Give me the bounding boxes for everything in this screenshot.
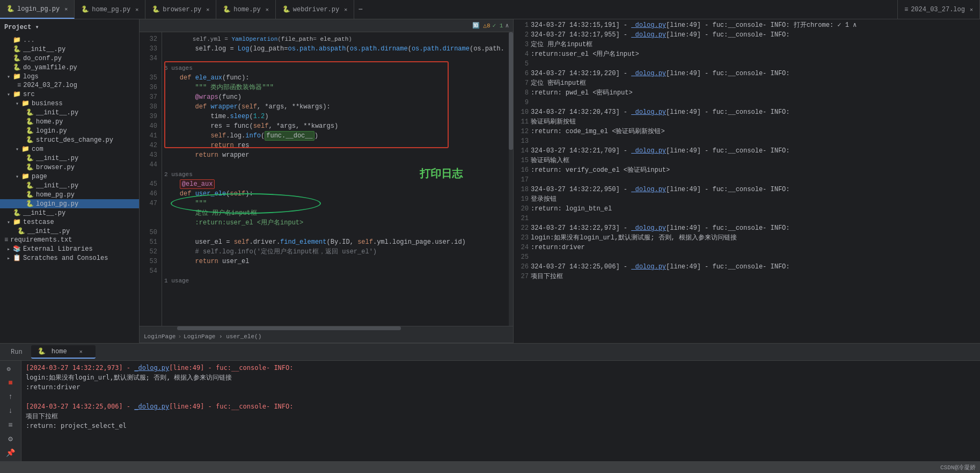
tree-text: __init__.py [36,182,78,190]
tab-home-pg[interactable]: 🐍 home_pg.py ✕ [75,0,145,19]
tree-item-business[interactable]: ▾ 📁 business [0,99,139,108]
sidebar-tree[interactable]: 📁 ... 🐍 __init__.py 🐍 do_conf.py 🐍 do_ya… [0,34,139,343]
output-line: :return: project_select_el [26,421,976,431]
log-text: 登录按钮 [531,194,557,204]
tree-item[interactable]: 🐍 home_pg.py [0,190,139,199]
tree-item[interactable]: 🐍 __init__.py [0,208,139,217]
log-text: :return:user_el <用户名input> [531,49,639,59]
log-text [531,175,535,185]
more-tabs-btn[interactable]: ⋯ [354,5,367,13]
txt-icon: ≡ [4,236,8,244]
pin-btn[interactable]: 📌 [4,447,17,459]
tab-label: 2024_03_27.log [911,6,965,13]
py-file-icon: 🐍 [223,5,231,13]
py-icon: 🐍 [13,209,21,217]
tab-close-btn[interactable]: ✕ [135,6,138,13]
tab-browser[interactable]: 🐍 browser.py ✕ [145,0,216,19]
code-scrollbar[interactable] [140,326,513,330]
tree-item[interactable]: 🐍 __init__.py [0,181,139,190]
log-text: 定位 密码input框 [531,78,586,88]
tree-item-scratches[interactable]: ▸ 📋 Scratches and Consoles [0,253,139,263]
scroll-down-btn[interactable]: ↓ [4,405,17,417]
code-line: res = func(self, *args, **kwargs) [164,121,511,131]
tree-item-ext-libs[interactable]: ▸ 📚 External Libraries [0,244,139,253]
log-line: 11 验证码刷新按钮 [518,117,976,127]
log-num: 11 [518,117,529,127]
tree-text: do_conf.py [23,55,62,62]
tree-item[interactable]: 🐍 do_conf.py [0,54,139,63]
log-text: 324-03-27 14:32:17,955] - _dolog.py[line… [531,30,789,40]
tree-item-testcase[interactable]: ▾ 📁 testcase [0,217,139,227]
tree-item-src[interactable]: ▾ 📁 src [0,90,139,99]
tab-close-btn[interactable]: ✕ [266,6,269,13]
tree-item-com[interactable]: ▾ 📁 com [0,144,139,154]
tree-item-page[interactable]: ▾ 📁 page [0,172,139,181]
settings-btn[interactable]: ⚙ [4,433,17,445]
log-line: 14 324-03-27 14:32:21,709] - _dolog.py[l… [518,146,976,156]
tree-item[interactable]: 🐍 __init__.py [0,45,139,54]
log-text: 324-03-27 14:32:21,709] - _dolog.py[line… [531,146,789,156]
tab-close-btn[interactable]: ✕ [970,6,973,13]
log-line: 2 324-03-27 14:32:17,955] - _dolog.py[li… [518,30,976,40]
scratches-icon: 📋 [13,254,21,262]
tree-item[interactable]: 🐍 do_yamlfile.py [0,63,139,72]
code-line-45: @ele_aux [164,179,511,189]
tree-text: External Libraries [23,245,93,253]
tree-item[interactable]: 🐍 browser.py [0,163,139,172]
code-line: @wraps(func) [164,92,511,102]
folder-icon: 📁 [13,90,21,98]
home-tab[interactable]: 🐍 home ✕ [31,345,96,359]
tab-label: webdriver.py [293,6,339,13]
tree-item[interactable]: 🐍 struct_des_change.py [0,135,139,144]
tree-arrow: ▾ [13,173,21,180]
scroll-up-btn[interactable]: ↑ [4,391,17,403]
folder-icon: 📁 [13,218,21,226]
tree-item[interactable]: 🐍 __init__.py [0,227,139,236]
tab-close-btn[interactable]: ✕ [206,6,209,13]
log-num: 17 [518,175,529,185]
tab-webdriver[interactable]: 🐍 webdriver.py ✕ [276,0,354,19]
tree-text: src [23,91,35,98]
log-text: 324-03-27 14:32:25,006] - _dolog.py[line… [531,262,789,272]
tree-arrow: ▾ [13,100,21,107]
log-num: 26 [518,262,529,272]
tree-item-logs[interactable]: ▾ 📁 logs [0,72,139,81]
tree-text: home_pg.py [36,191,75,199]
tree-item-login-pg[interactable]: 🐍 login_pg.py [0,199,139,208]
output-line: [2024-03-27 14:32:25,006] - _dolog.py[li… [26,402,976,411]
log-num: 24 [518,243,529,252]
tab-login-pg[interactable]: 🐍 login_pg.py ✕ [0,0,75,19]
tree-item[interactable]: 📁 ... [0,35,139,45]
tab-close-x[interactable]: ✕ [73,347,89,357]
tree-item-requirements[interactable]: ≡ requirements.txt [0,236,139,244]
tree-arrow: ▾ [4,74,13,80]
run-output: [2024-03-27 14:32:22,973] - _dolog.py[li… [21,361,980,461]
log-text: 324-03-27 14:32:22,950] - _dolog.py[line… [531,185,789,194]
log-num: 13 [518,136,529,146]
stop-btn[interactable]: ■ [4,377,17,389]
tree-item-login[interactable]: 🐍 login.py [0,126,139,135]
log-line: 25 [518,252,976,262]
tab-home[interactable]: 🐍 home.py ✕ [216,0,275,19]
output-line: login:如果没有login_url,默认测试服; 否则, 根据入参来访问链接 [26,373,976,382]
tree-item[interactable]: 🐍 __init__.py [0,108,139,117]
tree-item-log27[interactable]: ≡ 2024_03_27.log [0,81,139,90]
code-line: return res [164,141,511,150]
tab-close-btn[interactable]: ✕ [344,6,347,13]
log-line: 7 定位 密码input框 [518,78,976,88]
output-line: :return:driver [26,382,976,392]
tab-label: browser.py [163,6,201,13]
py-file-icon: 🐍 [81,5,89,13]
log-num: 22 [518,223,529,233]
tree-item[interactable]: 🐍 home.py [0,117,139,126]
line-numbers: 32 33 34 35 36 37 38 39 40 41 42 43 44 4… [140,32,162,326]
run-tab[interactable]: Run [4,346,29,358]
log-text: 324-03-27 14:32:15,191] - _dolog.py[line… [531,20,857,30]
log-line: 5 [518,59,976,69]
tab-log[interactable]: ≡ 2024_03_27.log ✕ [897,0,980,19]
wrap-btn[interactable]: ≡ [4,419,17,431]
tree-item[interactable]: 🐍 __init__.py [0,154,139,163]
tab-close-btn[interactable]: ✕ [64,6,68,12]
run-icon: ⚙ [7,365,14,373]
collapse-btn[interactable]: ∧ [505,22,509,29]
